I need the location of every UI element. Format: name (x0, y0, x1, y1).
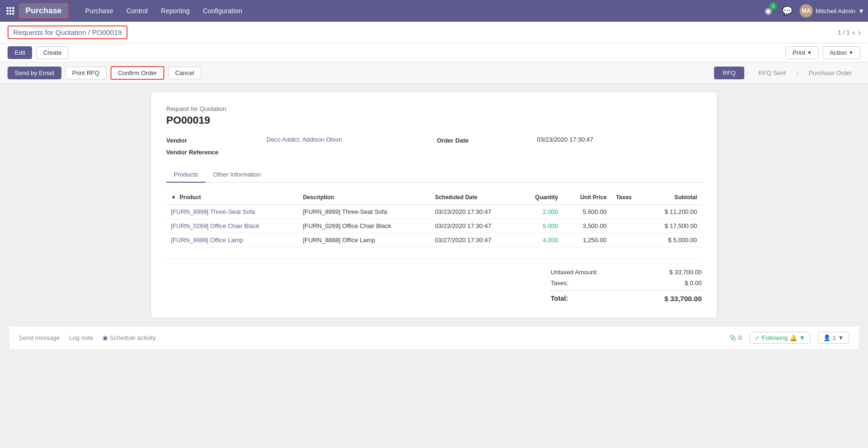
col-subtotal: Subtotal (645, 190, 702, 205)
action-dropdown-icon: ▼ (849, 50, 853, 55)
untaxed-row: Untaxed Amount: $ 33,700.00 (551, 267, 702, 278)
status-separator-2: › (794, 67, 800, 79)
tab-other-info[interactable]: Other Information (205, 167, 268, 183)
chat-icon[interactable]: 💬 (781, 4, 794, 17)
status-purchase-order: Purchase Order (800, 67, 860, 79)
user-name: Mitchell Admin (816, 8, 855, 15)
document-type: Request for Quotation (166, 105, 702, 112)
followers-button[interactable]: 👤 1 ▼ (818, 332, 849, 344)
nav-links: Purchase Control Reporting Configuration (80, 4, 762, 17)
sort-icon: ▼ (171, 194, 176, 200)
taxes-label: Taxes: (551, 279, 569, 287)
svg-rect-2 (12, 7, 14, 9)
user-dropdown-icon: ▼ (858, 8, 864, 15)
col-taxes: Taxes (611, 190, 645, 205)
cell-taxes (611, 219, 645, 233)
avatar: MA (800, 4, 813, 17)
svg-rect-5 (12, 10, 14, 12)
schedule-activity-link[interactable]: ◉ Schedule activity (102, 334, 156, 341)
prev-record-button[interactable]: ‹ (852, 28, 855, 37)
totals-table: Untaxed Amount: $ 33,700.00 Taxes: $ 0.0… (551, 267, 702, 304)
order-date-value: 03/23/2020 17:30:47 (537, 136, 702, 144)
nav-purchase[interactable]: Purchase (80, 4, 119, 17)
table-row[interactable]: [FURN_8888] Office Lamp [FURN_8888] Offi… (166, 233, 702, 247)
svg-rect-3 (7, 10, 9, 12)
svg-rect-6 (7, 13, 9, 15)
vendor-ref-value[interactable] (266, 148, 431, 156)
document-number: PO00019 (166, 114, 702, 127)
cell-taxes (611, 205, 645, 219)
following-dropdown-icon: ▼ (799, 334, 805, 341)
nav-reporting[interactable]: Reporting (155, 4, 196, 17)
taxes-row: Taxes: $ 0.00 (551, 278, 702, 288)
main-content: Request for Quotation PO00019 Vendor Dec… (0, 84, 868, 357)
document-header: Request for Quotation PO00019 (166, 105, 702, 127)
print-rfq-button[interactable]: Print RFQ (65, 67, 107, 79)
col-quantity: Quantity (519, 190, 563, 205)
breadcrumb[interactable]: Requests for Quotation / PO00019 (8, 25, 128, 39)
app-title[interactable]: Purchase (19, 3, 68, 18)
log-note-link[interactable]: Log note (69, 334, 94, 341)
cancel-button[interactable]: Cancel (168, 67, 201, 79)
paperclip-icon: 📎 (729, 334, 737, 341)
chatter-right: 📎 0 ✓ Following 🔔 ▼ 👤 1 ▼ (729, 332, 849, 344)
untaxed-label: Untaxed Amount: (551, 269, 598, 276)
cell-product[interactable]: [FURN_8888] Office Lamp (166, 233, 298, 247)
cell-quantity: 4.000 (519, 233, 563, 247)
action-button[interactable]: Action ▼ (823, 46, 860, 59)
table-row[interactable]: [FURN_0269] Office Chair Black [FURN_026… (166, 219, 702, 233)
nav-control[interactable]: Control (121, 4, 153, 17)
document-card: Request for Quotation PO00019 Vendor Dec… (151, 92, 717, 318)
cell-quantity: 5.000 (519, 219, 563, 233)
svg-rect-0 (7, 7, 9, 9)
following-button[interactable]: ✓ Following 🔔 ▼ (749, 332, 810, 344)
cell-unit-price: 5,600.00 (563, 205, 612, 219)
untaxed-value: $ 33,700.00 (669, 269, 702, 276)
user-menu[interactable]: MA Mitchell Admin ▼ (800, 4, 864, 17)
edit-button[interactable]: Edit (8, 46, 32, 59)
cell-subtotal: $ 5,000.00 (645, 233, 702, 247)
cell-subtotal: $ 11,200.00 (645, 205, 702, 219)
person-icon: 👤 (823, 334, 831, 341)
send-email-button[interactable]: Send by Email (8, 67, 61, 79)
col-scheduled-date: Scheduled Date (430, 190, 519, 205)
clock-small-icon: ◉ (102, 334, 108, 341)
cell-product[interactable]: [FURN_0269] Office Chair Black (166, 219, 298, 233)
workflow-bar: Send by Email Print RFQ Confirm Order Ca… (0, 62, 868, 84)
chatter-footer: Send message Log note ◉ Schedule activit… (9, 326, 859, 349)
totals-section: Untaxed Amount: $ 33,700.00 Taxes: $ 0.0… (166, 267, 702, 304)
grid-icon[interactable] (4, 4, 17, 17)
create-button[interactable]: Create (36, 46, 68, 59)
print-button[interactable]: Print ▼ (785, 46, 819, 59)
col-description: Description (298, 190, 430, 205)
confirm-order-button[interactable]: Confirm Order (111, 66, 164, 80)
status-separator-1: › (744, 67, 750, 79)
vendor-value[interactable]: Deco Addict, Addison Olson (266, 136, 431, 144)
vendor-label: Vendor (166, 136, 261, 144)
nav-right: ◉ 9 💬 MA Mitchell Admin ▼ (762, 4, 864, 17)
total-row: Total: $ 33,700.00 (551, 290, 702, 304)
next-record-button[interactable]: › (858, 28, 860, 37)
attachment-badge: 📎 0 (729, 334, 742, 341)
workflow-actions: Send by Email Print RFQ Confirm Order Ca… (8, 66, 201, 80)
cell-scheduled-date: 03/23/2020 17:30:47 (430, 205, 519, 219)
col-product[interactable]: ▼ Product (166, 190, 298, 205)
bell-icon: 🔔 (790, 334, 797, 341)
breadcrumb-bar: Requests for Quotation / PO00019 1 / 1 ‹… (0, 22, 868, 43)
status-rfq-sent: RFQ Sent (750, 67, 794, 79)
col-unit-price: Unit Price (563, 190, 612, 205)
cell-taxes (611, 233, 645, 247)
tab-products[interactable]: Products (166, 167, 205, 183)
action-bar: Edit Create Print ▼ Action ▼ (0, 43, 868, 62)
breadcrumb-navigation: 1 / 1 ‹ › (838, 28, 860, 37)
cell-quantity: 2.000 (519, 205, 563, 219)
cell-product[interactable]: [FURN_8999] Three-Seat Sofa (166, 205, 298, 219)
top-navigation: Purchase Purchase Control Reporting Conf… (0, 0, 868, 22)
cell-description: [FURN_8999] Three-Seat Sofa (298, 205, 430, 219)
total-value: $ 33,700.00 (664, 295, 702, 303)
tabs: Products Other Information (166, 167, 702, 183)
nav-configuration[interactable]: Configuration (197, 4, 248, 17)
clock-icon[interactable]: ◉ 9 (762, 4, 775, 17)
send-message-link[interactable]: Send message (19, 334, 60, 341)
table-row[interactable]: [FURN_8999] Three-Seat Sofa [FURN_8999] … (166, 205, 702, 219)
